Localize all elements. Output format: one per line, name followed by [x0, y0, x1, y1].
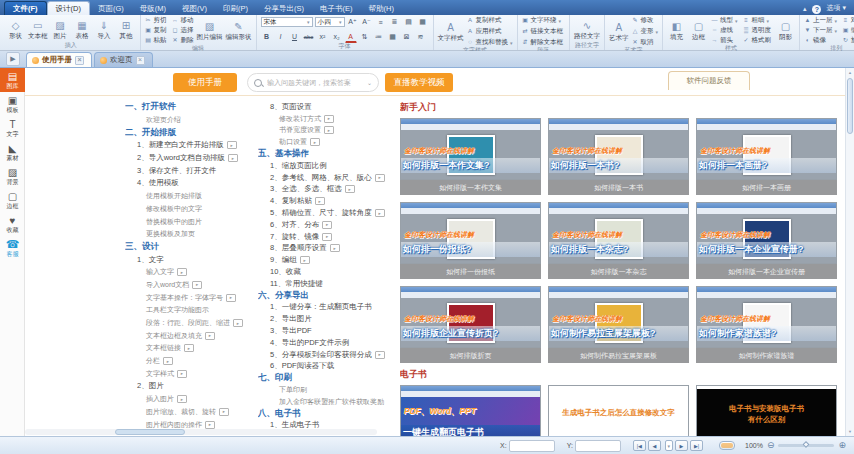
format-icon[interactable]: U — [289, 31, 301, 43]
ribbon-tab[interactable]: 母版(M) — [132, 2, 174, 15]
previous-page-button[interactable]: ◀ — [648, 440, 661, 451]
toc-item[interactable]: 文字样式 ▸ — [125, 367, 258, 380]
path-text-button[interactable]: ∿ 路径文字 — [574, 20, 600, 39]
shadow-button[interactable]: ▢ 阴影 — [776, 21, 795, 40]
wordart-button[interactable]: ✕ 取消 — [632, 38, 659, 47]
style-button[interactable]: ✓ 格式刷 — [743, 36, 774, 45]
toc-item[interactable]: 1、一键分享：生成翻页电子书 ▸ — [258, 302, 395, 314]
sidebar-item[interactable]: ♥ 收藏 — [0, 212, 25, 236]
toc-item[interactable]: 2、图片 ▸ — [125, 380, 258, 393]
close-icon[interactable]: × — [75, 56, 84, 65]
paragraph-button[interactable]: ⇵ 解除文本框 — [522, 38, 566, 47]
toc-item[interactable]: 4、导出的PDF文件示例 ▸ — [258, 337, 395, 349]
word-art-button[interactable]: A 艺术字 — [609, 22, 629, 41]
toc-item[interactable]: 3、导出PDF ▸ — [258, 325, 395, 337]
toc-item[interactable]: 5、分享模板到金印客获得分成 ▸ — [258, 349, 395, 361]
ribbon-tab[interactable]: 视图(V) — [174, 2, 215, 15]
document-tab[interactable]: 欢迎页 × — [94, 52, 153, 67]
arrange-button[interactable]: ↻ 旋转 ▾ — [842, 36, 854, 45]
toc-item[interactable]: 插入图片 ▸ — [125, 393, 258, 406]
toc-item[interactable]: 2、参考线、网格、标尺、版心 ▸ — [258, 172, 395, 184]
toc-item[interactable]: 1、文字 ▸ — [125, 253, 258, 266]
wordart-button[interactable]: △ 变形 ▾ — [632, 27, 659, 36]
sidebar-item[interactable]: ◣ 素材 — [0, 140, 25, 164]
sidebar-item[interactable]: T 文字 — [0, 116, 25, 140]
last-page-button[interactable]: ▶| — [690, 440, 703, 451]
sidebar-item[interactable]: ▢ 边框 — [0, 188, 25, 212]
sidebar-item[interactable]: ▣ 模板 — [0, 92, 25, 116]
toc-item[interactable]: 6、对齐、分布 ▸ — [258, 219, 395, 231]
toc-item[interactable]: 分栏 ▸ — [125, 355, 258, 368]
ribbon-tab[interactable]: 印刷(P) — [215, 2, 256, 15]
vertical-scrollbar[interactable]: ▲ ▼ — [845, 68, 854, 436]
toc-item[interactable]: 2、导入word文档自动排版 ▸ — [125, 152, 258, 165]
edit-big-button[interactable]: ▨ 图片编辑 — [197, 21, 223, 40]
feedback-tab[interactable]: 软件问题反馈 — [668, 71, 750, 90]
toc-item[interactable]: 工具栏文字功能图示 ▸ — [125, 304, 258, 317]
toc-item[interactable]: 4、复制粘贴 ▸ — [258, 195, 395, 207]
toc-item[interactable]: 八、电子书 ▸ — [258, 408, 395, 420]
style-button[interactable]: — 线型 ▾ — [711, 16, 738, 25]
toc-item[interactable]: 勒口设置 ▸ — [258, 136, 395, 148]
toc-item[interactable]: 欢迎页介绍 ▸ — [125, 114, 258, 127]
format-icon[interactable]: ≔ — [373, 31, 385, 43]
vertical-scrollbar-thumb[interactable] — [847, 78, 853, 134]
style-button[interactable]: ▒ 透明度 — [743, 26, 774, 35]
format-icon[interactable]: x₂ — [331, 31, 343, 43]
toc-item[interactable]: 三、设计 ▸ — [125, 241, 258, 254]
toc-item[interactable]: 文字基本操作：字体字号 ▸ — [125, 291, 258, 304]
insert-button[interactable]: ▭ 文本框 — [28, 20, 48, 39]
video-card[interactable]: 金印客设计师在线讲解 如何制作易拉宝展架展板? 如何制作易拉宝展架展板 — [548, 286, 689, 363]
edit-button[interactable]: ▤ 粘贴 — [145, 36, 167, 45]
video-card[interactable]: 金印客设计师在线讲解 如何排版企业宣传折页? 如何排版折页 — [400, 286, 541, 363]
zoom-slider-handle[interactable] — [803, 441, 810, 448]
video-card[interactable]: 金印客设计师在线讲解 如何排版一本企业宣传册? 如何排版一本企业宣传册 — [696, 202, 837, 279]
video-card[interactable]: 金印客设计师在线讲解 如何排版一本杂志? 如何排版一本杂志 — [548, 202, 689, 279]
edit-button[interactable]: ▣ 复制 — [145, 26, 167, 35]
style-big-button[interactable]: ◧ 填充 — [667, 21, 686, 40]
toc-item[interactable]: 3、全选、多选、框选 ▸ — [258, 184, 395, 196]
toc-item[interactable]: 5、精确位置、尺寸、旋转角度 ▸ — [258, 207, 395, 219]
toc-item[interactable]: 七、印刷 ▸ — [258, 372, 395, 384]
ribbon-tab[interactable]: 页面(G) — [90, 2, 132, 15]
edit-button[interactable]: ↔ 移动 — [172, 16, 194, 25]
ribbon-tab[interactable]: 分享导出(S) — [256, 2, 312, 15]
style-big-button[interactable]: ▢ 边框 — [689, 21, 708, 40]
toc-item[interactable]: 书脊宽度设置 ▸ — [258, 125, 395, 137]
toc-item[interactable]: 文本框边框及填充 ▸ — [125, 329, 258, 342]
toc-item[interactable]: 11、常用快捷键 ▸ — [258, 278, 395, 290]
textstyle-button[interactable]: ◌ 查找和替换 ▾ — [467, 38, 513, 47]
zoom-in-icon[interactable]: ⊕ — [838, 441, 846, 450]
scroll-up-icon[interactable]: ▲ — [846, 68, 854, 77]
insert-button[interactable]: ⊞ 其他 — [117, 20, 136, 39]
arrange-button[interactable]: ≡ 对齐 ▾ — [842, 16, 854, 25]
toc-item[interactable]: 一、打开软件 ▸ — [125, 101, 258, 114]
help-icon[interactable]: ? — [812, 5, 821, 14]
format-icon[interactable]: A — [345, 30, 357, 43]
arrange-button[interactable]: ▣ 编组 ▾ — [842, 26, 854, 35]
toc-item[interactable]: 输入文字 ▸ — [125, 266, 258, 279]
format-icon[interactable]: ▤ — [403, 16, 415, 28]
toc-item[interactable]: 6、PDF阅读器下载 ▸ — [258, 361, 395, 373]
search-input[interactable] — [265, 78, 364, 87]
video-card[interactable]: PDF、Word、PPT 一键生成翻页电子书 已有文件怎么生成翻页电子书 — [400, 385, 541, 436]
video-card[interactable]: 金印客设计师在线讲解 如何排版一本作文集? 如何排版一本作文集 — [400, 118, 541, 195]
close-icon[interactable]: × — [136, 56, 145, 65]
edit-button[interactable]: ✕ 删除 — [172, 36, 194, 45]
toc-item[interactable]: 修改装订方式 ▸ — [258, 113, 395, 125]
video-card[interactable]: 电子书与安装版电子书 有什么区别 电子书和安装版电子书有什么区别 — [696, 385, 837, 436]
page-view-widget[interactable] — [719, 441, 735, 450]
ribbon-tab[interactable]: 帮助(H) — [361, 2, 402, 15]
style-button[interactable]: ┄ 虚线 — [711, 26, 738, 35]
arrange-button[interactable]: ▼ 下一层 ▾ — [804, 26, 837, 35]
horizontal-scrollbar-thumb[interactable] — [115, 429, 185, 435]
text-style-button[interactable]: A 文字样式 — [438, 22, 464, 41]
video-card[interactable]: 金印客设计师在线讲解 如何制作家谱族谱? 如何制作家谱族谱 — [696, 286, 837, 363]
video-card[interactable]: 金印客设计师在线讲解 如何排一本画册? 如何排一本画册 — [696, 118, 837, 195]
zoom-slider[interactable] — [778, 444, 834, 447]
toc-item[interactable]: 图片缩放、裁切、旋转 ▸ — [125, 406, 258, 419]
ribbon-tab[interactable]: 设计(D) — [47, 1, 90, 15]
edit-button[interactable]: ◻ 选择 — [172, 26, 194, 35]
toc-item[interactable]: 段落：行距、段间距、缩进 ▸ — [125, 317, 258, 330]
options-button[interactable]: 选项 ▾ — [826, 3, 846, 13]
